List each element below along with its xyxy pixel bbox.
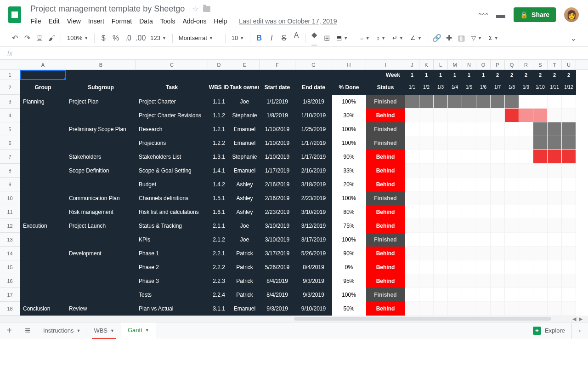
cell[interactable]: 2.1.1 bbox=[208, 219, 230, 233]
folder-icon[interactable] bbox=[203, 6, 210, 12]
cell[interactable]: 1/8/2019 bbox=[260, 109, 295, 122]
star-icon[interactable]: ☆ bbox=[192, 5, 198, 13]
gantt-cell[interactable] bbox=[533, 95, 548, 109]
gantt-cell[interactable] bbox=[533, 247, 548, 260]
gantt-cell[interactable] bbox=[405, 109, 419, 122]
row-header[interactable]: 14 bbox=[0, 247, 20, 260]
gantt-cell[interactable] bbox=[405, 150, 419, 164]
cell[interactable]: 1/1 bbox=[405, 80, 419, 95]
cell[interactable]: 90% bbox=[332, 247, 366, 260]
cell[interactable]: Finished bbox=[366, 288, 405, 302]
cell[interactable] bbox=[20, 288, 66, 302]
cell[interactable]: 1.2.2 bbox=[208, 136, 230, 150]
gantt-cell[interactable] bbox=[562, 219, 576, 233]
gantt-cell[interactable] bbox=[462, 109, 476, 122]
gantt-cell[interactable] bbox=[505, 302, 519, 316]
cell[interactable]: 9/3/2019 bbox=[295, 288, 332, 302]
gantt-cell[interactable] bbox=[505, 191, 519, 205]
cell[interactable]: 1.4.2 bbox=[208, 178, 230, 191]
column-header[interactable]: T bbox=[548, 60, 562, 69]
zoom-dropdown[interactable]: 100%▼ bbox=[64, 34, 91, 41]
cell[interactable]: 33% bbox=[332, 164, 366, 178]
cell[interactable]: 1/10/2019 bbox=[260, 136, 295, 150]
cell[interactable]: Ashley bbox=[230, 205, 260, 219]
cell[interactable]: 2 bbox=[562, 70, 576, 80]
gantt-cell[interactable] bbox=[548, 178, 562, 191]
row-header[interactable]: 11 bbox=[0, 205, 20, 219]
cell[interactable]: 1/7 bbox=[491, 80, 505, 95]
cell[interactable]: 1/17/2019 bbox=[295, 136, 332, 150]
cell[interactable]: Stephanie bbox=[230, 109, 260, 122]
cell[interactable]: Project Charter Revisions bbox=[136, 109, 208, 122]
cell[interactable]: Status & Tracking bbox=[136, 219, 208, 233]
gantt-cell[interactable] bbox=[533, 219, 548, 233]
gantt-cell[interactable] bbox=[533, 150, 548, 164]
cell[interactable]: Behind bbox=[366, 205, 405, 219]
gantt-cell[interactable] bbox=[491, 122, 505, 136]
column-header[interactable]: B bbox=[66, 60, 136, 69]
gantt-cell[interactable] bbox=[419, 260, 434, 274]
column-header[interactable]: A bbox=[20, 60, 66, 69]
cell[interactable]: 8/4/2019 bbox=[260, 274, 295, 288]
gantt-cell[interactable] bbox=[519, 288, 533, 302]
cell[interactable]: Phase 1 bbox=[136, 247, 208, 260]
cell[interactable]: End date bbox=[295, 80, 332, 95]
gantt-cell[interactable] bbox=[462, 122, 476, 136]
gantt-cell[interactable] bbox=[434, 247, 448, 260]
gantt-cell[interactable] bbox=[419, 109, 434, 122]
cell[interactable]: 2/23/2019 bbox=[295, 191, 332, 205]
cell[interactable]: Emanuel bbox=[230, 302, 260, 316]
insert-comment-button[interactable]: ✚ bbox=[444, 32, 455, 44]
cell[interactable] bbox=[260, 70, 295, 80]
cell[interactable]: 1 bbox=[419, 70, 434, 80]
cell[interactable]: Risk list and calculations bbox=[136, 205, 208, 219]
fill-color-button[interactable]: ◆ bbox=[309, 32, 320, 44]
gantt-cell[interactable] bbox=[519, 219, 533, 233]
cell[interactable]: 3/18/2019 bbox=[295, 178, 332, 191]
cell[interactable] bbox=[295, 70, 332, 80]
gantt-cell[interactable] bbox=[476, 164, 491, 178]
cell[interactable]: Projections bbox=[136, 136, 208, 150]
gantt-cell[interactable] bbox=[405, 95, 419, 109]
cell[interactable]: 2 bbox=[548, 70, 562, 80]
gantt-cell[interactable] bbox=[434, 274, 448, 288]
gantt-cell[interactable] bbox=[448, 136, 462, 150]
gantt-cell[interactable] bbox=[548, 150, 562, 164]
gantt-cell[interactable] bbox=[448, 288, 462, 302]
gantt-cell[interactable] bbox=[505, 122, 519, 136]
cell[interactable] bbox=[20, 260, 66, 274]
gantt-cell[interactable] bbox=[434, 122, 448, 136]
cell[interactable]: 100% bbox=[332, 191, 366, 205]
cell[interactable]: 1/9 bbox=[519, 80, 533, 95]
gantt-cell[interactable] bbox=[462, 274, 476, 288]
functions-button[interactable]: Σ▼ bbox=[486, 34, 501, 41]
collapse-toolbar-button[interactable]: ⌃ bbox=[568, 32, 579, 44]
cell[interactable]: Project Launch bbox=[66, 219, 136, 233]
scroll-right-icon[interactable]: ▶ bbox=[579, 316, 582, 322]
cell[interactable]: 1/8 bbox=[505, 80, 519, 95]
cell[interactable]: Ashley bbox=[230, 191, 260, 205]
gantt-cell[interactable] bbox=[434, 219, 448, 233]
menu-addons[interactable]: Add-ons bbox=[179, 16, 209, 27]
cell[interactable]: 100% bbox=[332, 288, 366, 302]
column-header[interactable]: E bbox=[230, 60, 260, 69]
cell[interactable]: 20% bbox=[332, 178, 366, 191]
cell[interactable]: 9/10/2019 bbox=[295, 302, 332, 316]
cell[interactable] bbox=[20, 150, 66, 164]
cell[interactable]: 2.1.2 bbox=[208, 233, 230, 247]
row-header[interactable]: 16 bbox=[0, 274, 20, 288]
cell[interactable] bbox=[66, 178, 136, 191]
gantt-cell[interactable] bbox=[419, 150, 434, 164]
gantt-cell[interactable] bbox=[434, 288, 448, 302]
select-all-corner[interactable] bbox=[0, 60, 20, 70]
cell[interactable]: Research bbox=[136, 122, 208, 136]
row-header[interactable]: 12 bbox=[0, 219, 20, 233]
gantt-cell[interactable] bbox=[491, 205, 505, 219]
column-header[interactable]: G bbox=[295, 60, 332, 69]
gantt-cell[interactable] bbox=[562, 136, 576, 150]
cell[interactable]: 9/3/2019 bbox=[260, 302, 295, 316]
insert-chart-button[interactable]: ▥ bbox=[456, 32, 467, 44]
column-header[interactable]: S bbox=[533, 60, 548, 69]
cell[interactable]: 2/23/2019 bbox=[260, 205, 295, 219]
gantt-cell[interactable] bbox=[405, 136, 419, 150]
